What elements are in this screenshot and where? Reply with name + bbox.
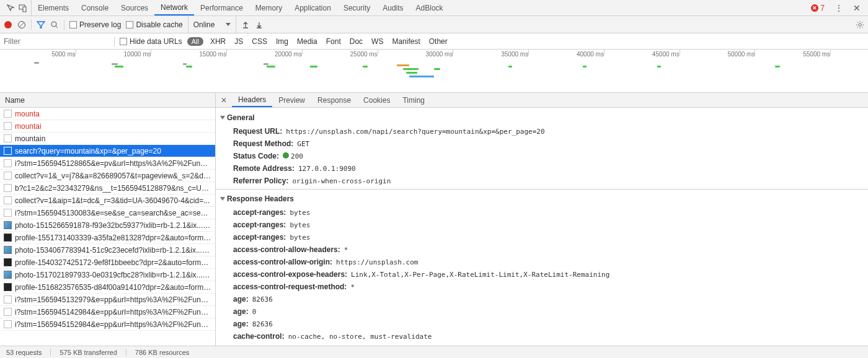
timeline-bar xyxy=(34,62,39,64)
filter-type-all[interactable]: All xyxy=(187,37,203,46)
filter-toggle-icon[interactable] xyxy=(37,20,45,29)
svg-line-5 xyxy=(56,26,58,28)
upload-har-icon[interactable] xyxy=(241,20,250,29)
filter-input[interactable] xyxy=(4,35,109,48)
request-row[interactable]: i?stm=1565945128865&e=pv&url=https%3A%2F… xyxy=(0,157,215,170)
detail-tab-response[interactable]: Response xyxy=(311,93,357,107)
section-response-headers[interactable]: Response Headers xyxy=(216,191,868,206)
request-name: photo-1515266591878-f93e32bc5937?ixlib=r… xyxy=(15,221,211,230)
header-row: Request URL:https://unsplash.com/napi/se… xyxy=(216,125,868,138)
request-row[interactable]: i?stm=1565945130083&e=se&se_ca=search&se… xyxy=(0,207,215,219)
timeline-tick: 20000 ms xyxy=(275,51,302,58)
request-row[interactable]: mounta xyxy=(0,108,215,120)
timeline-bar xyxy=(264,63,268,65)
device-toggle-icon[interactable] xyxy=(19,4,27,12)
filter-type-css[interactable]: CSS xyxy=(250,37,269,46)
hide-data-urls-checkbox[interactable]: Hide data URLs xyxy=(120,37,182,46)
record-button[interactable] xyxy=(4,20,12,29)
request-name: i?stm=1565945130083&e=se&se_ca=search&se… xyxy=(15,209,211,217)
request-row[interactable]: mountain xyxy=(0,133,215,145)
detail-tab-preview[interactable]: Preview xyxy=(272,93,311,107)
inspect-icon[interactable] xyxy=(6,4,15,12)
header-key: accept-ranges: xyxy=(233,208,286,217)
filter-type-doc[interactable]: Doc xyxy=(348,37,365,46)
tab-adblock[interactable]: AdBlock xyxy=(410,0,450,15)
tab-console[interactable]: Console xyxy=(75,0,115,15)
file-icon xyxy=(4,110,12,118)
tab-security[interactable]: Security xyxy=(337,0,376,15)
request-row[interactable]: collect?v=1&aip=1&t=dc&_r=3&tid=UA-36049… xyxy=(0,194,215,207)
header-row: Referrer Policy:origin-when-cross-origin xyxy=(216,175,868,187)
close-details-icon[interactable]: ✕ xyxy=(216,96,232,105)
settings-gear-icon[interactable] xyxy=(856,20,864,29)
filter-type-xhr[interactable]: XHR xyxy=(208,37,228,46)
close-devtools-icon[interactable]: ✕ xyxy=(848,3,866,13)
request-name: mountain xyxy=(15,134,45,143)
detail-tab-headers[interactable]: Headers xyxy=(232,93,272,107)
header-value: origin-when-cross-origin xyxy=(292,177,391,185)
search-icon[interactable] xyxy=(50,20,59,29)
disable-cache-checkbox[interactable]: Disable cache xyxy=(126,20,182,29)
detail-tab-cookies[interactable]: Cookies xyxy=(357,93,396,107)
filter-bar: Hide data URLs AllXHRJSCSSImgMediaFontDo… xyxy=(0,33,868,50)
header-row: access-control-allow-headers:* xyxy=(216,243,868,256)
tab-elements[interactable]: Elements xyxy=(32,0,75,15)
network-toolbar: Preserve log Disable cache Online xyxy=(0,16,868,33)
request-name: i?stm=1565945142984&e=pp&url=https%3A%2F… xyxy=(15,308,211,317)
timeline-tick: 35000 ms xyxy=(501,51,528,58)
timeline-tick: 55000 ms xyxy=(803,51,830,58)
header-row: Status Code:200 xyxy=(216,150,868,162)
filter-type-other[interactable]: Other xyxy=(427,37,450,46)
request-row[interactable]: collect?v=1&_v=j78&a=826689057&t=pagevie… xyxy=(0,170,215,182)
request-row[interactable]: profile-1540327425172-9ef8f1bbeebc?dpr=2… xyxy=(0,256,215,269)
tab-memory[interactable]: Memory xyxy=(249,0,288,15)
file-icon xyxy=(4,221,12,229)
timeline-tick: 50000 ms xyxy=(727,51,755,58)
filter-type-ws[interactable]: WS xyxy=(370,37,385,46)
header-key: age: xyxy=(233,320,249,328)
request-row[interactable]: mountai xyxy=(0,120,215,133)
request-row[interactable]: i?stm=1565945132979&e=pp&url=https%3A%2F… xyxy=(0,294,215,306)
download-har-icon[interactable] xyxy=(255,20,264,29)
filter-type-media[interactable]: Media xyxy=(295,37,319,46)
throttling-select[interactable]: Online xyxy=(188,16,237,33)
waterfall-overview[interactable]: 5000 ms10000 ms15000 ms20000 ms25000 ms3… xyxy=(0,50,868,93)
detail-tab-timing[interactable]: Timing xyxy=(396,93,431,107)
file-icon xyxy=(4,246,12,254)
header-value: 82636 xyxy=(252,295,273,303)
status-dot-icon xyxy=(283,152,289,159)
filter-type-js[interactable]: JS xyxy=(232,37,245,46)
tab-performance[interactable]: Performance xyxy=(194,0,249,15)
request-row[interactable]: b?c1=2&c2=32343279&ns__t=1565945128879&n… xyxy=(0,182,215,194)
filter-type-manifest[interactable]: Manifest xyxy=(390,37,422,46)
section-general[interactable]: General xyxy=(216,110,868,125)
name-column-header[interactable]: Name xyxy=(0,93,215,108)
tab-audits[interactable]: Audits xyxy=(376,0,409,15)
timeline-bar xyxy=(112,63,118,65)
request-row[interactable]: photo-1515266591878-f93e32bc5937?ixlib=r… xyxy=(0,219,215,232)
tab-sources[interactable]: Sources xyxy=(115,0,154,15)
request-row[interactable]: profile-1516823576535-d84f00a91410?dpr=2… xyxy=(0,281,215,294)
request-row[interactable]: photo-1534067783941-51c9c23ecefd?ixlib=r… xyxy=(0,244,215,256)
header-row: access-control-allow-origin:https://unsp… xyxy=(216,256,868,268)
filter-type-img[interactable]: Img xyxy=(274,37,290,46)
filter-type-font[interactable]: Font xyxy=(324,37,343,46)
error-count-badge[interactable]: ✕ 7 xyxy=(811,4,830,12)
more-menu-icon[interactable]: ⋮ xyxy=(830,3,848,13)
request-row[interactable]: profile-1551731403339-a35fa2e81328?dpr=2… xyxy=(0,232,215,244)
file-icon xyxy=(4,184,12,192)
timeline-bar xyxy=(363,66,368,68)
file-icon xyxy=(4,209,12,217)
svg-rect-1 xyxy=(23,7,26,12)
request-row[interactable]: i?stm=1565945142984&e=pp&url=https%3A%2F… xyxy=(0,306,215,318)
timeline-bar xyxy=(397,64,409,66)
request-row[interactable]: search?query=mountain&xp=&per_page=20 xyxy=(0,145,215,157)
clear-icon[interactable] xyxy=(17,20,26,29)
disclosure-triangle-icon xyxy=(220,116,225,120)
request-row[interactable]: i?stm=1565945152984&e=pp&url=https%3A%2F… xyxy=(0,318,215,331)
request-name: i?stm=1565945128865&e=pv&url=https%3A%2F… xyxy=(15,159,211,168)
request-row[interactable]: photo-1517021897933-0e0319cfbc28?ixlib=r… xyxy=(0,269,215,281)
preserve-log-checkbox[interactable]: Preserve log xyxy=(69,20,121,29)
tab-network[interactable]: Network xyxy=(154,0,194,15)
tab-application[interactable]: Application xyxy=(288,0,337,15)
